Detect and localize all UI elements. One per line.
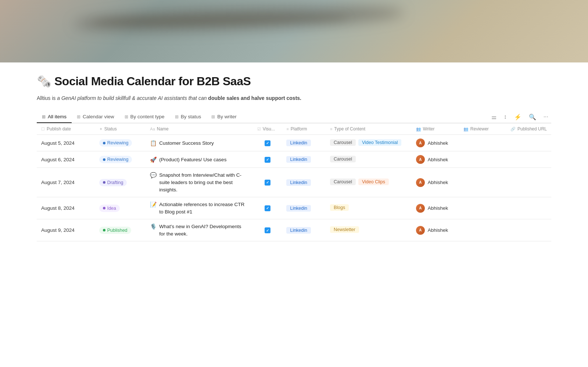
cell-status: Drafting <box>95 168 146 197</box>
avatar: A <box>416 138 425 147</box>
col-icon-writer: 👥 <box>416 127 421 132</box>
cell-publish-date: August 7, 2024 <box>37 168 95 197</box>
table-header-row: ☐ Publish date ✦ Status Aa Name <box>37 123 551 135</box>
platform-tag: Linkedin <box>286 179 311 186</box>
avatar: A <box>416 178 425 187</box>
page-title-row: 🗞️ Social Media Calendar for B2B SaaS <box>37 74 551 88</box>
cell-reviewer <box>459 219 506 241</box>
content-type-tag: Carousel <box>330 139 356 146</box>
cell-reviewer <box>459 135 506 151</box>
tab-by-status[interactable]: ⊞ By status <box>170 111 207 123</box>
cell-published-url <box>506 219 551 241</box>
table-body: August 5, 2024Reviewing📋Customer Success… <box>37 135 551 241</box>
cell-writer: AAbhishek <box>412 197 459 219</box>
col-header-writer: 👥 Writer <box>412 123 459 135</box>
cell-visual[interactable] <box>253 168 282 197</box>
content-type-tag: Video Clips <box>358 179 389 185</box>
checkbox-checked[interactable] <box>265 157 270 163</box>
writer-name: Abhishek <box>428 180 448 185</box>
cell-platform: Linkedin <box>282 151 325 168</box>
platform-tag: Linkedin <box>286 156 311 163</box>
tabs-row: ⊞ All items ⊞ Calendar view ⊞ By content… <box>37 111 551 123</box>
content-type-tag: Video Testimonial <box>358 139 402 146</box>
name-emoji: 🚀 <box>150 156 157 163</box>
col-header-type: ≡ Type of Content <box>326 123 412 135</box>
table-icon-writer: ⊞ <box>211 114 215 119</box>
table-row[interactable]: August 6, 2024Reviewing🚀(Product) Featur… <box>37 151 551 168</box>
writer-name: Abhishek <box>428 157 448 162</box>
cell-name: 💬Snapshot from Interview/Chat with C-sui… <box>146 168 253 197</box>
cell-content-type: Newsletter <box>326 219 412 241</box>
checkbox-checked[interactable] <box>265 227 270 233</box>
cell-status: Idea <box>95 197 146 219</box>
col-header-publish-date: ☐ Publish date <box>37 123 95 135</box>
name-text: (Product) Features/ Use cases <box>159 156 226 163</box>
more-options-icon[interactable]: ··· <box>542 112 550 122</box>
table-row[interactable]: August 5, 2024Reviewing📋Customer Success… <box>37 135 551 151</box>
content-type-tag: Carousel <box>330 156 356 162</box>
checkbox-checked[interactable] <box>265 180 270 186</box>
table-row[interactable]: August 8, 2024Idea📝Actionable references… <box>37 197 551 219</box>
tab-status-label: By status <box>181 114 201 119</box>
cell-platform: Linkedin <box>282 219 325 241</box>
tab-by-content-type[interactable]: ⊞ By content type <box>119 111 170 123</box>
cell-status: Reviewing <box>95 135 146 151</box>
col-icon-name: Aa <box>150 127 155 131</box>
cell-writer: AAbhishek <box>412 219 459 241</box>
status-badge: Drafting <box>99 179 127 186</box>
table-row[interactable]: August 9, 2024Published🎙️What's new in G… <box>37 219 551 241</box>
cell-writer: AAbhishek <box>412 135 459 151</box>
table-icon-content-type: ⊞ <box>125 114 128 119</box>
search-icon[interactable]: 🔍 <box>527 112 538 122</box>
cell-publish-date: August 5, 2024 <box>37 135 95 151</box>
col-header-visual: ☑ Visu... <box>253 123 282 135</box>
content-type-tag: Newsletter <box>330 226 359 233</box>
status-dot <box>103 158 105 161</box>
cell-visual[interactable] <box>253 219 282 241</box>
page-emoji: 🗞️ <box>37 74 51 88</box>
status-dot <box>103 181 105 184</box>
cell-visual[interactable] <box>253 151 282 168</box>
cell-content-type: CarouselVideo Clips <box>326 168 412 197</box>
automation-icon[interactable]: ⚡ <box>513 112 523 122</box>
cell-name: 📝Actionable references to increase CTR t… <box>146 197 253 219</box>
cell-status: Published <box>95 219 146 241</box>
col-icon-publish-date: ☐ <box>41 127 45 132</box>
status-dot <box>103 207 105 209</box>
cell-publish-date: August 6, 2024 <box>37 151 95 168</box>
cell-platform: Linkedin <box>282 168 325 197</box>
writer-cell: AAbhishek <box>416 226 455 235</box>
col-icon-platform: ≡ <box>286 127 288 131</box>
content-type-tag: Carousel <box>330 179 356 185</box>
page-title: Social Media Calendar for B2B SaaS <box>54 75 251 88</box>
toolbar-right: ⚌ ↕ ⚡ 🔍 ··· <box>490 112 551 122</box>
cell-visual[interactable] <box>253 135 282 151</box>
table-icon-status: ⊞ <box>175 114 179 119</box>
hero-banner <box>0 0 588 62</box>
status-badge: Reviewing <box>99 139 132 147</box>
filter-icon[interactable]: ⚌ <box>490 112 498 122</box>
cell-name: 🚀(Product) Features/ Use cases <box>146 151 253 168</box>
avatar: A <box>416 155 425 164</box>
col-icon-visual: ☑ <box>257 127 261 132</box>
tab-all-items[interactable]: ⊞ All items <box>37 111 72 123</box>
status-dot <box>103 142 105 144</box>
table-icon-all-items: ⊞ <box>42 114 46 119</box>
content-type-tag: Blogs <box>330 204 349 211</box>
cell-visual[interactable] <box>253 197 282 219</box>
table-row[interactable]: August 7, 2024Drafting💬Snapshot from Int… <box>37 168 551 197</box>
platform-tag: Linkedin <box>286 205 311 212</box>
platform-tag: Linkedin <box>286 140 311 146</box>
tab-calendar-view[interactable]: ⊞ Calendar view <box>72 111 119 123</box>
data-table: ☐ Publish date ✦ Status Aa Name <box>37 123 551 241</box>
checkbox-checked[interactable] <box>265 205 270 211</box>
status-dot <box>103 229 105 231</box>
writer-cell: AAbhishek <box>416 138 455 147</box>
cell-content-type: Carousel <box>326 151 412 168</box>
tab-content-type-label: By content type <box>130 114 165 119</box>
name-emoji: 📋 <box>150 140 157 147</box>
tab-by-writer[interactable]: ⊞ By writer <box>206 111 242 123</box>
name-text: Customer Success Story <box>159 140 214 147</box>
sort-icon[interactable]: ↕ <box>502 112 508 122</box>
checkbox-checked[interactable] <box>265 140 270 146</box>
